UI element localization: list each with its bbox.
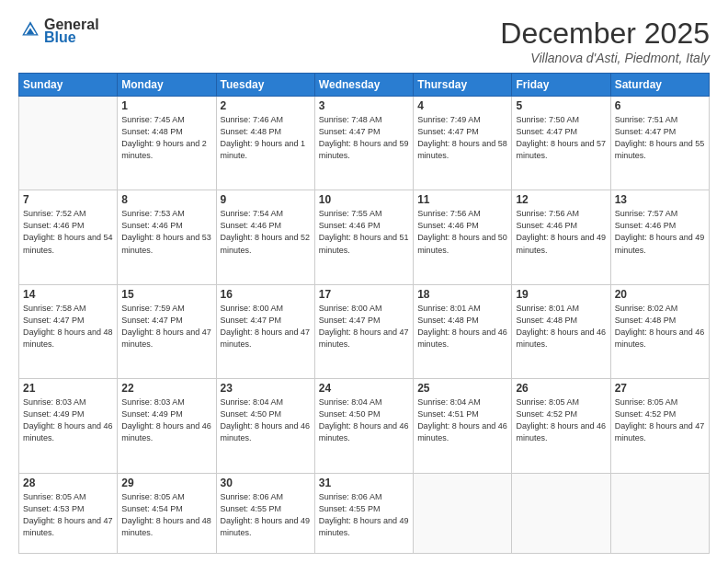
day-number: 29 [121,477,211,489]
day-number: 30 [221,477,311,489]
table-row [19,97,118,190]
table-row [414,473,512,554]
table-row: 30Sunrise: 8:06 AMSunset: 4:55 PMDayligh… [216,473,314,554]
cell-info: Sunrise: 8:06 AMSunset: 4:55 PMDaylight:… [319,491,409,539]
month-title: December 2025 [500,17,710,51]
day-number: 5 [516,99,606,112]
table-row: 1Sunrise: 7:45 AMSunset: 4:48 PMDaylight… [118,97,216,190]
cell-info: Sunrise: 8:05 AMSunset: 4:54 PMDaylight:… [121,491,211,539]
day-number: 28 [23,477,113,489]
table-row: 10Sunrise: 7:55 AMSunset: 4:46 PMDayligh… [314,190,413,284]
table-row: 3Sunrise: 7:48 AMSunset: 4:47 PMDaylight… [314,97,413,190]
table-row: 16Sunrise: 8:00 AMSunset: 4:47 PMDayligh… [216,284,314,378]
col-thursday: Thursday [414,74,512,97]
calendar-header-row: Sunday Monday Tuesday Wednesday Thursday… [19,74,710,97]
cell-info: Sunrise: 8:01 AMSunset: 4:48 PMDaylight:… [516,303,606,350]
cell-info: Sunrise: 8:00 AMSunset: 4:47 PMDaylight:… [319,303,409,350]
col-sunday: Sunday [19,74,118,97]
day-number: 4 [417,99,507,112]
table-row: 14Sunrise: 7:58 AMSunset: 4:47 PMDayligh… [19,284,118,378]
day-number: 20 [615,288,705,301]
day-number: 24 [319,382,409,395]
table-row [512,473,610,554]
day-number: 22 [121,382,211,395]
day-number: 31 [319,477,409,489]
cell-info: Sunrise: 7:52 AMSunset: 4:46 PMDaylight:… [23,208,113,256]
cell-info: Sunrise: 8:02 AMSunset: 4:48 PMDaylight:… [615,303,705,350]
table-row [610,473,709,554]
table-row: 19Sunrise: 8:01 AMSunset: 4:48 PMDayligh… [512,284,610,378]
table-row: 29Sunrise: 8:05 AMSunset: 4:54 PMDayligh… [118,473,216,554]
cell-info: Sunrise: 7:49 AMSunset: 4:47 PMDaylight:… [417,114,507,162]
table-row: 5Sunrise: 7:50 AMSunset: 4:47 PMDaylight… [512,97,610,190]
day-number: 13 [615,193,705,206]
table-row: 27Sunrise: 8:05 AMSunset: 4:52 PMDayligh… [610,379,709,473]
day-number: 7 [23,193,113,206]
cell-info: Sunrise: 7:57 AMSunset: 4:46 PMDaylight:… [615,208,705,256]
col-friday: Friday [512,74,610,97]
day-number: 2 [221,99,311,112]
table-row: 31Sunrise: 8:06 AMSunset: 4:55 PMDayligh… [314,473,413,554]
table-row: 22Sunrise: 8:03 AMSunset: 4:49 PMDayligh… [118,379,216,473]
page: General Blue December 2025 Villanova d'A… [0,0,728,563]
cell-info: Sunrise: 7:58 AMSunset: 4:47 PMDaylight:… [23,303,113,350]
table-row: 17Sunrise: 8:00 AMSunset: 4:47 PMDayligh… [314,284,413,378]
day-number: 25 [417,382,507,395]
table-row: 18Sunrise: 8:01 AMSunset: 4:48 PMDayligh… [414,284,512,378]
cell-info: Sunrise: 8:04 AMSunset: 4:50 PMDaylight:… [319,396,409,444]
day-number: 16 [221,288,311,301]
table-row: 9Sunrise: 7:54 AMSunset: 4:46 PMDaylight… [216,190,314,284]
col-wednesday: Wednesday [314,74,413,97]
table-row: 21Sunrise: 8:03 AMSunset: 4:49 PMDayligh… [19,379,118,473]
table-row: 26Sunrise: 8:05 AMSunset: 4:52 PMDayligh… [512,379,610,473]
col-monday: Monday [118,74,216,97]
cell-info: Sunrise: 7:54 AMSunset: 4:46 PMDaylight:… [221,208,311,256]
cell-info: Sunrise: 8:05 AMSunset: 4:53 PMDaylight:… [23,491,113,539]
day-number: 12 [516,193,606,206]
logo-icon [20,19,40,40]
col-tuesday: Tuesday [216,74,314,97]
cell-info: Sunrise: 7:46 AMSunset: 4:48 PMDaylight:… [221,114,311,162]
table-row: 28Sunrise: 8:05 AMSunset: 4:53 PMDayligh… [19,473,118,554]
cell-info: Sunrise: 8:00 AMSunset: 4:47 PMDaylight:… [221,303,311,350]
table-row: 2Sunrise: 7:46 AMSunset: 4:48 PMDaylight… [216,97,314,190]
day-number: 3 [319,99,409,112]
table-row: 4Sunrise: 7:49 AMSunset: 4:47 PMDaylight… [414,97,512,190]
day-number: 11 [417,193,507,206]
table-row: 24Sunrise: 8:04 AMSunset: 4:50 PMDayligh… [314,379,413,473]
table-row: 8Sunrise: 7:53 AMSunset: 4:46 PMDaylight… [118,190,216,284]
day-number: 1 [121,99,211,112]
cell-info: Sunrise: 8:01 AMSunset: 4:48 PMDaylight:… [417,303,507,350]
day-number: 8 [121,193,211,206]
cell-info: Sunrise: 7:55 AMSunset: 4:46 PMDaylight:… [319,208,409,256]
table-row: 15Sunrise: 7:59 AMSunset: 4:47 PMDayligh… [118,284,216,378]
table-row: 25Sunrise: 8:04 AMSunset: 4:51 PMDayligh… [414,379,512,473]
day-number: 18 [417,288,507,301]
cell-info: Sunrise: 8:05 AMSunset: 4:52 PMDaylight:… [615,396,705,444]
day-number: 26 [516,382,606,395]
day-number: 23 [221,382,311,395]
cell-info: Sunrise: 7:51 AMSunset: 4:47 PMDaylight:… [615,114,705,162]
day-number: 17 [319,288,409,301]
cell-info: Sunrise: 7:56 AMSunset: 4:46 PMDaylight:… [516,208,606,256]
cell-info: Sunrise: 8:04 AMSunset: 4:51 PMDaylight:… [417,396,507,444]
day-number: 19 [516,288,606,301]
table-row: 20Sunrise: 8:02 AMSunset: 4:48 PMDayligh… [610,284,709,378]
day-number: 27 [615,382,705,395]
cell-info: Sunrise: 7:53 AMSunset: 4:46 PMDaylight:… [121,208,211,256]
title-block: December 2025 Villanova d'Asti, Piedmont… [500,17,710,65]
day-number: 6 [615,99,705,112]
cell-info: Sunrise: 7:48 AMSunset: 4:47 PMDaylight:… [319,114,409,162]
table-row: 23Sunrise: 8:04 AMSunset: 4:50 PMDayligh… [216,379,314,473]
cell-info: Sunrise: 8:03 AMSunset: 4:49 PMDaylight:… [121,396,211,444]
table-row: 13Sunrise: 7:57 AMSunset: 4:46 PMDayligh… [610,190,709,284]
cell-info: Sunrise: 8:03 AMSunset: 4:49 PMDaylight:… [23,396,113,444]
cell-info: Sunrise: 7:50 AMSunset: 4:47 PMDaylight:… [516,114,606,162]
table-row: 6Sunrise: 7:51 AMSunset: 4:47 PMDaylight… [610,97,709,190]
table-row: 12Sunrise: 7:56 AMSunset: 4:46 PMDayligh… [512,190,610,284]
cell-info: Sunrise: 8:04 AMSunset: 4:50 PMDaylight:… [221,396,311,444]
location: Villanova d'Asti, Piedmont, Italy [500,51,710,65]
day-number: 10 [319,193,409,206]
day-number: 14 [23,288,113,301]
cell-info: Sunrise: 7:56 AMSunset: 4:46 PMDaylight:… [417,208,507,256]
